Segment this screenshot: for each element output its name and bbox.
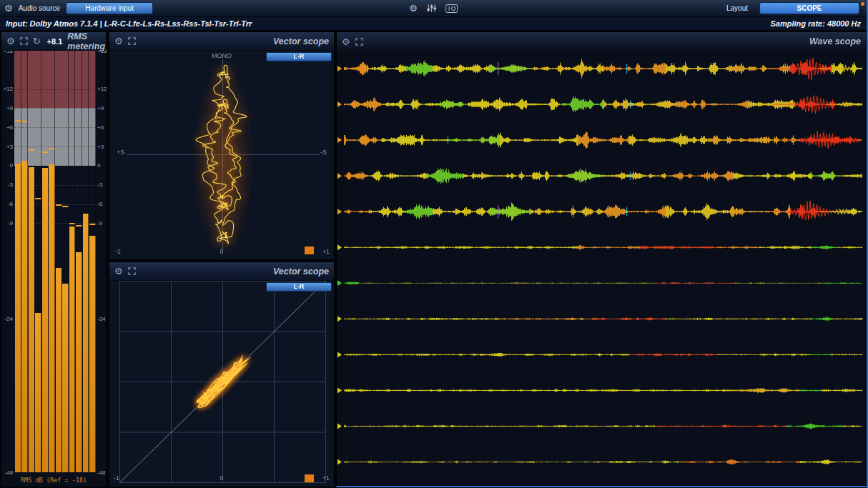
- channel-faders-icon[interactable]: [426, 4, 437, 13]
- topbar: ⚙ Audio source Hardware input ⚙ Layout S…: [0, 0, 867, 17]
- wave-fullscreen-icon[interactable]: [355, 38, 363, 46]
- scale-tick: -9: [1, 220, 13, 226]
- scale-tick: +6: [97, 124, 107, 131]
- vs2-mode-button[interactable]: L-R: [266, 282, 332, 292]
- global-settings-gear-icon[interactable]: ⚙: [409, 4, 418, 13]
- vs1-plus-s-label: +S: [117, 149, 124, 156]
- scale-tick: +9: [97, 105, 107, 111]
- vs2-settings-gear-icon[interactable]: ⚙: [114, 267, 123, 276]
- meter-peak-indicator: [62, 206, 69, 207]
- meter-display: [14, 51, 96, 472]
- scale-tick: +6: [1, 124, 13, 131]
- scale-tick: -3: [1, 181, 13, 188]
- meter-red-zone: [14, 51, 96, 108]
- meter-bar: [29, 167, 35, 472]
- meter-bar: [83, 214, 89, 472]
- rms-reset-icon[interactable]: ↻: [33, 36, 41, 46]
- rms-panel-header: ⚙ ↻ +8.1 RMS metering: [1, 32, 106, 51]
- meter-gridline: [14, 127, 96, 128]
- vector-scope-1-panel: ⚙ Vector scope L-R MONO +S -S -1 0 +1: [109, 31, 335, 260]
- meter-peak-indicator: [89, 224, 96, 225]
- rms-fullscreen-icon[interactable]: [20, 37, 28, 45]
- meter-gridline: [14, 146, 96, 147]
- wave-scope-header: ⚙ Wave scope: [337, 32, 866, 51]
- vector-scope-2-header: ⚙ Vector scope: [109, 262, 334, 281]
- wave-scope-title: Wave scope: [809, 36, 861, 46]
- scope-button[interactable]: SCOPE: [759, 2, 859, 14]
- scale-tick: -3: [97, 181, 107, 188]
- meter-bar: [15, 164, 21, 472]
- hardware-input-button[interactable]: Hardware input: [66, 2, 153, 14]
- meter-gridline: [14, 108, 96, 109]
- meter-bar: [62, 284, 69, 472]
- vs1-settings-gear-icon[interactable]: ⚙: [114, 36, 123, 46]
- analyzer-app: ⚙ Audio source Hardware input ⚙ Layout S…: [0, 0, 868, 488]
- meter-bar: [35, 313, 41, 472]
- vector-scope-2-display: [109, 262, 334, 487]
- status-dot: [861, 2, 864, 6]
- vector-scope-2-panel: ⚙ Vector scope L-R -1 0 +1: [109, 262, 335, 487]
- vs1-mono-label: MONO: [109, 52, 334, 59]
- wave-settings-gear-icon[interactable]: ⚙: [342, 37, 350, 46]
- sampling-rate-label: Sampling rate: 48000 Hz: [770, 19, 861, 28]
- meter-peak-indicator: [69, 223, 76, 224]
- scale-tick: +9: [1, 105, 13, 111]
- vs1-minus-s-label: -S: [320, 149, 327, 156]
- wave-scope-display: [337, 32, 866, 486]
- scale-tick: +12: [97, 86, 107, 92]
- meter-gridline: [14, 89, 96, 90]
- meter-bar: [69, 226, 76, 472]
- vector-scope-1-header: ⚙ Vector scope: [109, 32, 334, 51]
- scale-tick: +12: [1, 86, 13, 92]
- scale-tick: -9: [97, 220, 107, 226]
- vs2-overload-indicator[interactable]: [305, 474, 314, 482]
- layout-button[interactable]: Layout: [726, 4, 748, 12]
- scale-tick: -24: [1, 316, 13, 322]
- scale-tick: 0: [97, 162, 107, 169]
- meter-peak-indicator: [42, 151, 49, 153]
- audio-source-label: Audio source: [19, 4, 60, 12]
- meter-gray-zone: [14, 108, 96, 165]
- scale-tick: -6: [97, 201, 107, 207]
- meter-bar: [89, 236, 96, 472]
- meter-peak-indicator: [56, 204, 62, 206]
- scale-tick: 0: [1, 162, 13, 169]
- topbar-left: ⚙ Audio source Hardware input: [0, 2, 153, 14]
- scale-tick: +3: [1, 144, 13, 150]
- input-format-label: Input: Dolby Atmos 7.1.4 | L-R-C-Lfe-Ls-…: [6, 19, 252, 28]
- vs1-fullscreen-icon[interactable]: [128, 37, 136, 45]
- rms-peak-value: +8.1: [47, 37, 63, 46]
- vs1-axis-zero: 0: [109, 248, 334, 255]
- rms-footer-label: RMS dB (Ref = -18): [1, 477, 106, 484]
- infobar: Input: Dolby Atmos 7.1.4 | L-R-C-Lfe-Ls-…: [0, 17, 867, 31]
- scale-tick: +3: [97, 144, 107, 150]
- settings-gear-icon[interactable]: ⚙: [4, 4, 13, 13]
- meter-peak-indicator: [49, 148, 55, 149]
- rms-panel-title: RMS metering: [67, 31, 105, 51]
- vs2-fullscreen-icon[interactable]: [128, 267, 136, 275]
- meter-peak-indicator: [21, 121, 28, 122]
- scale-tick: -48: [97, 469, 107, 476]
- io-routing-icon[interactable]: [445, 4, 458, 13]
- vs1-overload-indicator[interactable]: [305, 247, 314, 254]
- topbar-center: ⚙: [409, 4, 458, 13]
- scale-tick: -6: [1, 201, 13, 207]
- rms-settings-gear-icon[interactable]: ⚙: [6, 36, 15, 46]
- meter-peak-indicator: [76, 225, 82, 226]
- rms-meter: +18+18+12+12+9+9+6+6+3+300-3-3-6-6-9-9-2…: [1, 32, 106, 487]
- meter-peak-indicator: [83, 221, 89, 222]
- vector-scope-1-display: [109, 32, 334, 259]
- vs1-axis-plus1: +1: [322, 248, 330, 255]
- meter-bar: [21, 161, 28, 472]
- wave-scope-panel: ⚙ Wave scope: [336, 31, 867, 487]
- meter-bar: [49, 164, 55, 472]
- scale-tick: -48: [1, 469, 13, 476]
- vs2-axis-plus1: +1: [322, 474, 330, 482]
- meter-bar: [42, 168, 49, 472]
- vector-scope-2-title: Vector scope: [273, 267, 329, 277]
- meter-peak-indicator: [15, 120, 21, 121]
- meter-bar: [56, 268, 62, 472]
- meter-peak-indicator: [29, 149, 35, 151]
- rms-panel: ⚙ ↻ +8.1 RMS metering +18+18+12+12+9+9+6…: [1, 31, 107, 487]
- vs2-axis-zero: 0: [109, 474, 334, 482]
